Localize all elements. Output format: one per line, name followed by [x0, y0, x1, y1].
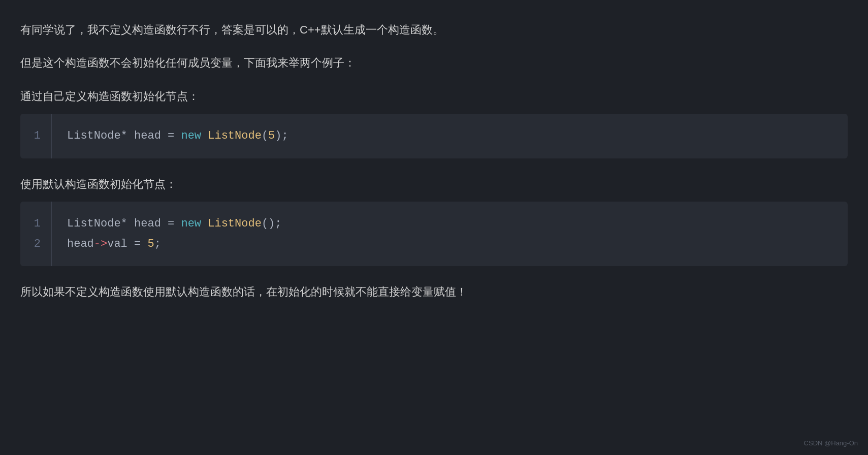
code-token: );	[275, 129, 288, 142]
code-line-1: ListNode* head = new ListNode(5);	[67, 126, 832, 146]
code-token: new	[181, 129, 208, 142]
code-token: ;	[154, 238, 161, 250]
line-numbers-2: 1 2	[20, 202, 51, 266]
code-block-2: 1 2 ListNode* head = new ListNode(); hea…	[20, 202, 848, 266]
code-token: ListNode	[208, 217, 262, 230]
code-token: 5	[268, 129, 275, 142]
code-content-1: ListNode* head = new ListNode(5);	[52, 114, 848, 158]
code-token: ListNode	[208, 129, 262, 142]
code-token: ListNode*	[67, 129, 134, 142]
line-numbers-1: 1	[20, 114, 51, 158]
code-content-2: ListNode* head = new ListNode(); head->v…	[52, 202, 848, 266]
code-token: new	[181, 217, 208, 230]
code-token: ->	[94, 238, 107, 250]
line-number: 2	[34, 234, 41, 254]
code-token: =	[161, 129, 181, 142]
code-block-1: 1 ListNode* head = new ListNode(5);	[20, 114, 848, 158]
paragraph-1: 有同学说了，我不定义构造函数行不行，答案是可以的，C++默认生成一个构造函数。	[20, 20, 848, 39]
section-heading-2: 使用默认构造函数初始化节点：	[20, 175, 848, 193]
code-token: head	[134, 129, 161, 142]
code-token: =	[127, 238, 148, 250]
paragraph-3: 所以如果不定义构造函数使用默认构造函数的话，在初始化的时候就不能直接给变量赋值！	[20, 282, 848, 301]
code-token: =	[161, 217, 181, 230]
code-token: ListNode*	[67, 217, 134, 230]
line-number: 1	[34, 126, 41, 146]
section-heading-1: 通过自己定义构造函数初始化节点：	[20, 87, 848, 106]
line-number: 1	[34, 214, 41, 234]
code-token: head	[67, 238, 94, 250]
code-token: val	[107, 238, 127, 250]
code-token: (	[262, 129, 268, 142]
code-line-2: head->val = 5;	[67, 234, 832, 254]
code-token: head	[134, 217, 161, 230]
paragraph-2: 但是这个构造函数不会初始化任何成员变量，下面我来举两个例子：	[20, 53, 848, 72]
watermark: CSDN @Hang-On	[804, 438, 858, 449]
code-token: ();	[262, 217, 282, 230]
code-line-1: ListNode* head = new ListNode();	[67, 214, 832, 234]
code-token: 5	[147, 238, 154, 250]
